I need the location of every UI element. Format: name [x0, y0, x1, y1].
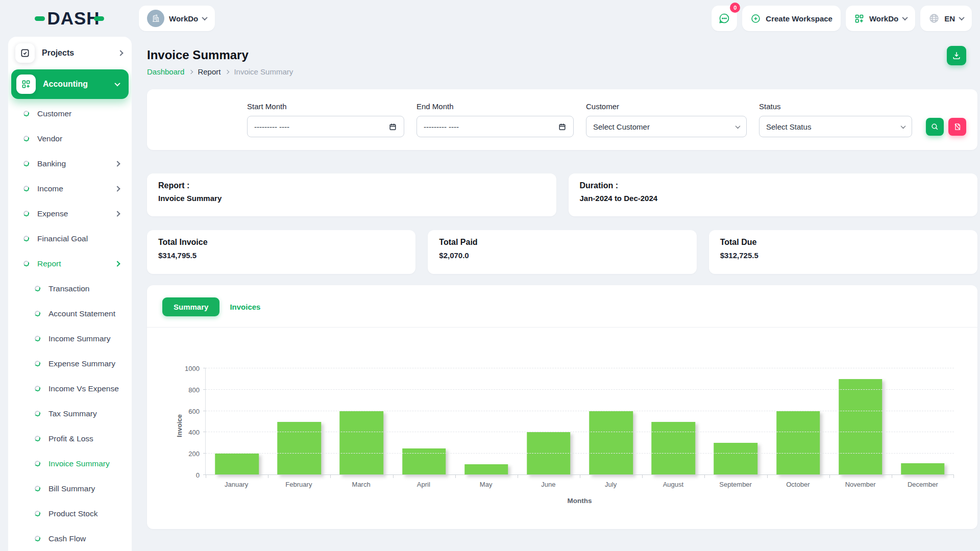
globe-icon — [928, 13, 940, 24]
chart-plot-area: Invoice 02004006008001000 — [205, 368, 954, 475]
sidebar-item-projects[interactable]: Projects — [8, 39, 132, 67]
chevron-right-icon — [114, 211, 120, 216]
bar-cell-july — [580, 368, 642, 475]
customer-selected-value: Select Customer — [593, 122, 650, 131]
sidebar-item-label: Tax Summary — [48, 409, 119, 418]
sidebar-item-income-vs-expense[interactable]: Income Vs Expense — [8, 376, 132, 401]
total-card-label: Total Paid — [439, 238, 685, 247]
gridline-0 — [206, 474, 954, 475]
total-card-value: $314,795.5 — [158, 251, 404, 260]
messages-button[interactable]: 0 — [712, 6, 737, 31]
app-logo[interactable]: DASH — [0, 8, 139, 29]
y-tick-mark — [203, 368, 206, 368]
sidebar-item-label: Cash Flow — [48, 534, 119, 543]
calendar-icon — [388, 122, 397, 131]
bullet-icon — [34, 385, 41, 392]
breadcrumb: Dashboard Report Invoice Summary — [147, 67, 977, 76]
bar-cell-may — [455, 368, 518, 475]
total-card-total-due: Total Due$312,725.5 — [709, 230, 977, 274]
breadcrumb-report[interactable]: Report — [198, 67, 220, 76]
apply-filter-button[interactable] — [926, 118, 944, 136]
total-card-total-paid: Total Paid$2,070.0 — [428, 230, 696, 274]
sidebar-item-product-stock[interactable]: Product Stock — [8, 501, 132, 526]
sidebar-item-cash-flow[interactable]: Cash Flow — [8, 526, 132, 551]
breadcrumb-dashboard[interactable]: Dashboard — [147, 67, 184, 76]
start-month-value: --------- ---- — [254, 122, 289, 131]
bullet-icon — [34, 360, 41, 367]
bar-cell-september — [704, 368, 767, 475]
create-workspace-label: Create Workspace — [766, 14, 832, 23]
total-card-total-invoice: Total Invoice$314,795.5 — [147, 230, 415, 274]
sidebar-item-vendor[interactable]: Vendor — [8, 126, 132, 151]
clear-filter-icon — [953, 122, 962, 131]
tabs-divider — [147, 327, 977, 328]
x-tick-label: August — [642, 481, 704, 488]
chevron-right-icon — [225, 69, 229, 73]
bullet-icon — [34, 535, 41, 542]
sidebar-item-invoice-summary[interactable]: Invoice Summary — [8, 451, 132, 476]
sidebar-item-label: Income Vs Expense — [48, 384, 119, 393]
sidebar-item-report[interactable]: Report — [8, 251, 132, 276]
bullet-icon — [23, 185, 30, 192]
x-tick-label: March — [330, 481, 393, 488]
workspace-selector[interactable]: WorkDo — [139, 6, 215, 31]
sidebar-item-income[interactable]: Income — [8, 176, 132, 201]
sidebar-item-transaction[interactable]: Transaction — [8, 276, 132, 301]
x-tick-label: February — [267, 481, 330, 488]
customer-select[interactable]: Select Customer — [586, 116, 747, 137]
sidebar-item-profit-loss[interactable]: Profit & Loss — [8, 426, 132, 451]
workdo-apps-label: WorkDo — [869, 14, 898, 23]
sidebar-item-banking[interactable]: Banking — [8, 151, 132, 176]
sidebar-item-bill-summary[interactable]: Bill Summary — [8, 476, 132, 501]
end-month-field: End Month --------- ---- — [416, 102, 574, 137]
workdo-apps-menu[interactable]: WorkDo — [846, 6, 915, 31]
y-tick-mark — [203, 411, 206, 411]
sidebar-item-label: Income Summary — [48, 334, 119, 343]
chevron-down-icon — [959, 15, 964, 20]
bar-cell-june — [518, 368, 580, 475]
create-workspace-button[interactable]: Create Workspace — [742, 6, 841, 31]
sidebar: ProjectsAccountingCustomerVendorBankingI… — [8, 37, 132, 551]
x-tick-label: October — [767, 481, 829, 488]
status-select[interactable]: Select Status — [759, 116, 912, 137]
language-label: EN — [944, 14, 955, 23]
chart-bars — [206, 368, 954, 475]
report-info-row: Report : Invoice Summary Duration : Jan-… — [147, 173, 977, 216]
sidebar-item-income-summary[interactable]: Income Summary — [8, 326, 132, 351]
bar-april — [402, 448, 446, 475]
x-tick-label: May — [455, 481, 517, 488]
bullet-icon — [34, 335, 41, 342]
chevron-right-icon — [114, 186, 120, 191]
chevron-right-icon — [117, 50, 123, 56]
sidebar-item-tax-summary[interactable]: Tax Summary — [8, 401, 132, 426]
sidebar-item-accounting[interactable]: Accounting — [11, 69, 129, 99]
x-tick-mark — [206, 475, 206, 478]
y-tick-mark — [203, 453, 206, 454]
invoice-bar-chart: Invoice 02004006008001000 JanuaryFebruar… — [159, 368, 965, 505]
sidebar-item-financial-goal[interactable]: Financial Goal — [8, 226, 132, 251]
start-month-label: Start Month — [247, 102, 404, 111]
chart-panel: SummaryInvoices Invoice 0200400600800100… — [147, 285, 977, 529]
sidebar-item-expense-summary[interactable]: Expense Summary — [8, 351, 132, 376]
sidebar-item-label: Financial Goal — [37, 234, 119, 243]
tab-summary[interactable]: Summary — [162, 297, 219, 316]
building-icon — [151, 14, 160, 23]
start-month-input[interactable]: --------- ---- — [247, 116, 404, 137]
download-report-button[interactable] — [947, 46, 966, 65]
bullet-icon — [23, 135, 30, 142]
sidebar-item-label: Projects — [42, 48, 111, 58]
y-tick-label: 800 — [188, 386, 200, 393]
gridline-200 — [206, 453, 954, 454]
tab-invoices[interactable]: Invoices — [230, 303, 260, 311]
end-month-input[interactable]: --------- ---- — [416, 116, 574, 137]
sidebar-item-expense[interactable]: Expense — [8, 201, 132, 226]
sidebar-item-customer[interactable]: Customer — [8, 101, 132, 126]
x-tick-label: April — [393, 481, 455, 488]
reset-filter-button[interactable] — [948, 118, 966, 136]
chart-x-axis-label: Months — [205, 497, 954, 505]
bullet-icon — [23, 260, 30, 267]
language-selector[interactable]: EN — [920, 6, 972, 31]
gridline-800 — [206, 389, 954, 390]
sidebar-item-account-statement[interactable]: Account Statement — [8, 301, 132, 326]
bar-january — [215, 454, 259, 475]
